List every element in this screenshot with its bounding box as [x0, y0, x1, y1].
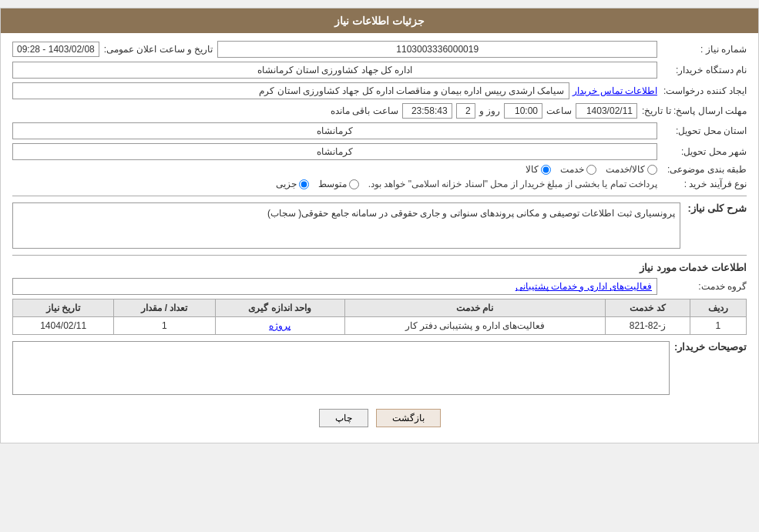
deadline-time-label: ساعت	[546, 105, 572, 116]
divider-2	[12, 255, 747, 256]
city-row: شهر محل تحویل: کرمانشاه	[12, 143, 747, 160]
services-section-title: اطلاعات خدمات مورد نیاز	[12, 262, 747, 273]
deadline-days-label: روز و	[479, 105, 500, 116]
page-title: جزئیات اطلاعات نیاز	[334, 15, 425, 27]
cell-unit: پروژه	[215, 317, 344, 335]
service-group-value: فعالیت‌های اداری و خدمات پشتیبانی	[12, 278, 657, 295]
cell-name: فعالیت‌های اداره و پشتیبانی دفتر کار	[344, 317, 605, 335]
service-group-label: گروه خدمت:	[662, 281, 747, 292]
buyer-notes-label: توصیحات خریدار:	[674, 341, 747, 353]
back-button[interactable]: بازگشت	[376, 409, 441, 427]
need-number-value: 1103003336000019	[217, 41, 657, 58]
deadline-row: مهلت ارسال پاسخ: تا تاریخ: 1403/02/11 سا…	[12, 103, 747, 119]
divider-1	[12, 196, 747, 196]
buyer-notes-section: توصیحات خریدار:	[12, 341, 747, 395]
buyer-org-value: اداره کل جهاد کشاورزی استان کرمانشاه	[12, 62, 657, 79]
province-label: استان محل تحویل:	[662, 125, 747, 136]
col-header-qty: تعداد / مقدار	[114, 299, 215, 317]
process-option-2[interactable]: متوسط	[318, 179, 359, 189]
category-row: طبقه بندی موضوعی: کالا/خدمت خدمت کالا	[12, 164, 747, 175]
process-label: نوع فرآیند خرید :	[662, 179, 747, 189]
col-header-unit: واحد اندازه گیری	[215, 299, 344, 317]
category-label: طبقه بندی موضوعی:	[662, 164, 747, 175]
category-option-3[interactable]: کالا/خدمت	[606, 164, 657, 175]
service-group-link[interactable]: فعالیت‌های اداری و خدمات پشتیبانی	[516, 281, 652, 292]
col-header-date: تاریخ نیاز	[13, 299, 114, 317]
cell-code: ز-82-821	[606, 317, 690, 335]
deadline-days: 2	[456, 103, 475, 119]
deadline-date: 1403/02/11	[576, 103, 637, 119]
deadline-details: 1403/02/11 ساعت 10:00 روز و 2 23:58:43 س…	[12, 103, 637, 119]
need-number-row: شماره نیاز : 1103003336000019 تاریخ و سا…	[12, 41, 747, 58]
deadline-time: 10:00	[504, 103, 542, 119]
service-group-row: گروه خدمت: فعالیت‌های اداری و خدمات پشتی…	[12, 278, 747, 295]
announcement-label: تاریخ و ساعت اعلان عمومی:	[104, 44, 213, 55]
deadline-label: مهلت ارسال پاسخ: تا تاریخ:	[642, 105, 747, 116]
buttons-row: بازگشت چاپ	[12, 401, 747, 435]
province-value: کرمانشاه	[12, 122, 657, 139]
deadline-remaining: 23:58:43	[402, 103, 452, 119]
content-area: شماره نیاز : 1103003336000019 تاریخ و سا…	[1, 33, 758, 443]
category-options: کالا/خدمت خدمت کالا	[526, 164, 657, 175]
col-header-code: کد خدمت	[606, 299, 690, 317]
province-row: استان محل تحویل: کرمانشاه	[12, 122, 747, 139]
cell-row: 1	[690, 317, 746, 335]
city-label: شهر محل تحویل:	[662, 146, 747, 157]
process-details: پرداخت تمام یا بخشی از مبلغ خریدار از مح…	[12, 179, 657, 189]
services-table: ردیف کد خدمت نام خدمت واحد اندازه گیری ت…	[12, 299, 747, 335]
description-text: پرونسیاری ثبت اطلاعات توصیفی و مکانی پرو…	[12, 202, 680, 249]
cell-unit-link[interactable]: پروژه	[269, 320, 291, 331]
page-header: جزئیات اطلاعات نیاز	[1, 8, 758, 33]
buyer-notes-value	[12, 341, 670, 395]
need-number-label: شماره نیاز :	[662, 44, 747, 55]
city-value: کرمانشاه	[12, 143, 657, 160]
print-button[interactable]: چاپ	[319, 409, 368, 427]
process-option-1[interactable]: جزیی	[276, 179, 309, 189]
announcement-row: تاریخ و ساعت اعلان عمومی: 1403/02/08 - 0…	[12, 42, 213, 57]
buyer-org-row: نام دستگاه خریدار: اداره کل جهاد کشاورزی…	[12, 62, 747, 79]
table-row: 1 ز-82-821 فعالیت‌های اداره و پشتیبانی د…	[13, 317, 747, 335]
deadline-remaining-label: ساعت باقی مانده	[331, 105, 398, 116]
cell-qty: 1	[114, 317, 215, 335]
cell-date: 1404/02/11	[13, 317, 114, 335]
col-header-row: ردیف	[690, 299, 746, 317]
creator-label: ایجاد کننده درخواست:	[662, 85, 747, 96]
process-row: نوع فرآیند خرید : پرداخت تمام یا بخشی از…	[12, 179, 747, 189]
col-header-name: نام خدمت	[344, 299, 605, 317]
process-text: پرداخت تمام یا بخشی از مبلغ خریدار از مح…	[368, 179, 657, 189]
description-label: شرح کلی نیاز:	[685, 202, 747, 214]
creator-row: ایجاد کننده درخواست: اطلاعات تماس خریدار…	[12, 82, 747, 99]
main-container: جزئیات اطلاعات نیاز شماره نیاز : 1103003…	[0, 8, 759, 443]
category-option-1[interactable]: کالا	[526, 164, 551, 175]
category-option-2[interactable]: خدمت	[560, 164, 596, 175]
announcement-value: 1403/02/08 - 09:28	[12, 42, 99, 57]
creator-link[interactable]: اطلاعات تماس خریدار	[573, 85, 657, 96]
buyer-org-label: نام دستگاه خریدار:	[662, 65, 747, 75]
description-section: شرح کلی نیاز: پرونسیاری ثبت اطلاعات توصی…	[12, 202, 747, 249]
creator-value: سیامک ارشدی رییس اداره بیمان و مناقصات ا…	[12, 82, 569, 99]
